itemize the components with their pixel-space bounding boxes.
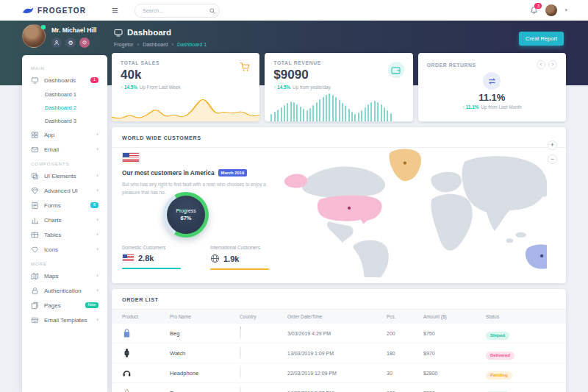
order-returns-card: ORDER RETURNS ‹ › 11.1% ↑ 11.1%Up from L…	[418, 53, 566, 121]
world-wide-customers-card: WORLD WIDE CUSTOMERS Our most customers …	[112, 127, 566, 283]
user-name: Mr. Michael Hill	[51, 26, 96, 34]
table-row[interactable]: Headphone 22/03/2019 12:09 PM 30 $2800 P…	[112, 363, 566, 383]
map-icon	[31, 272, 39, 280]
wallet-icon	[388, 62, 404, 78]
map-africa	[431, 194, 472, 251]
online-status-dot	[41, 25, 46, 29]
sidebar-item-tables[interactable]: Tables›	[22, 227, 107, 242]
chevron-right-icon: ›	[96, 288, 98, 293]
map-usa-highlight	[318, 196, 382, 224]
order-list-card: ORDER LIST Product Pro Name Country Orde…	[112, 289, 566, 392]
settings-button[interactable]: ⚙	[65, 38, 76, 48]
progress-label: Progress	[176, 208, 196, 213]
domestic-customers-label: Domestic Customers	[122, 245, 181, 250]
product-image-purse	[122, 388, 170, 392]
chevron-right-icon: ›	[96, 317, 98, 323]
chevron-right-icon: ›	[96, 217, 98, 223]
chevron-right-icon: ›	[96, 246, 98, 252]
sidebar-item-authentication[interactable]: Authentication›	[22, 283, 107, 298]
gem-icon	[31, 187, 39, 195]
sidebar-item-dashboard-1[interactable]: Dashboard 1	[22, 88, 107, 101]
sidebar-item-email-templates[interactable]: Email Templates›	[22, 313, 107, 327]
pages-icon	[31, 302, 39, 310]
sidebar-item-pages[interactable]: Pages New	[22, 298, 107, 313]
map-alaska-highlight	[284, 174, 307, 188]
map-zoom-in-button[interactable]: +	[548, 140, 557, 150]
table-row[interactable]: Beg 3/03/2019 4:29 PM 200 $750 Shiped	[112, 324, 566, 343]
chevron-down-icon[interactable]: ▾	[564, 7, 567, 13]
dashboard-page: FROGETOR ≡ 3 ▾ Mr. Micha	[0, 0, 588, 392]
breadcrumb-separator: ›	[137, 41, 139, 48]
chevron-right-icon: ›	[96, 173, 98, 179]
status-badge: Shiped	[486, 332, 509, 340]
page-title: Dashboard	[127, 28, 171, 37]
logo-icon	[22, 7, 34, 15]
spain-flag	[240, 366, 241, 379]
notification-badge: 3	[534, 3, 542, 9]
date-badge: March 2019	[218, 169, 248, 177]
russia-flag	[240, 385, 241, 392]
sidebar-item-maps[interactable]: Maps›	[22, 268, 107, 283]
create-report-button[interactable]: Creat Report	[519, 32, 564, 46]
product-image-headphone	[122, 368, 170, 378]
status-badge: Delivered	[486, 352, 514, 360]
pages-badge: New	[85, 302, 98, 308]
logo-text: FROGETOR	[37, 7, 86, 15]
international-customers-stat: International Customers 1.9k	[210, 245, 269, 270]
search-box	[135, 4, 220, 18]
sidebar-section-main: MAIN	[22, 61, 107, 73]
progress-value: 67%	[180, 215, 191, 221]
carousel-prev-button[interactable]: ‹	[537, 60, 545, 69]
sidebar-item-dashboard-3[interactable]: Dashboard 3	[22, 114, 107, 127]
breadcrumb-item[interactable]: Dashboard	[143, 42, 168, 47]
international-customers-label: International Customers	[210, 245, 269, 250]
logout-button[interactable]	[79, 38, 90, 48]
sidebar-item-forms[interactable]: Forms 8	[22, 198, 107, 213]
menu-toggle-icon[interactable]: ≡	[112, 3, 118, 18]
breadcrumb-item[interactable]: Frogetor	[114, 42, 133, 47]
logo[interactable]: FROGETOR	[22, 7, 86, 15]
search-icon[interactable]	[209, 8, 215, 14]
topbar: FROGETOR ≡ 3 ▾	[0, 0, 588, 21]
order-list-title: ORDER LIST	[112, 289, 566, 310]
sidebar-item-dashboards[interactable]: Dashboards 1	[22, 73, 107, 88]
carousel-next-button[interactable]: ›	[548, 60, 557, 69]
search-input[interactable]	[135, 8, 209, 13]
avatar[interactable]	[22, 24, 46, 48]
sidebar-item-ui-elements[interactable]: UI Elements›	[22, 168, 107, 183]
total-sales-value: 40k	[112, 65, 259, 82]
notifications-button[interactable]: 3	[530, 6, 538, 15]
sidebar-item-icons[interactable]: Icons›	[22, 242, 107, 257]
status-badge: Pending	[486, 371, 512, 379]
globe-icon	[210, 254, 220, 263]
table-row[interactable]: Purse 14/03/2019 8:27 PM 100 $520 Shiped	[112, 383, 566, 392]
chevron-right-icon: ›	[96, 132, 98, 138]
total-revenue-card: TOTAL REVENUE $9090 ↑ 14.5%Up from yeste…	[265, 53, 412, 121]
map-zoom-out-button[interactable]: −	[548, 154, 557, 164]
total-sales-delta: ↑ 14.5%Up From Last Week	[112, 82, 259, 92]
sidebar-section-more: MORE	[22, 257, 107, 268]
profile-button[interactable]	[51, 38, 62, 48]
sidebar-item-advanced-ui[interactable]: Advanced UI›	[22, 183, 107, 198]
sidebar-section-components: COMPONENTS	[22, 157, 107, 168]
chevron-right-icon: ›	[96, 273, 98, 279]
user-block: Mr. Michael Hill ⚙	[22, 24, 96, 48]
map-marker-australia	[540, 254, 543, 257]
chevron-right-icon: ›	[96, 188, 98, 193]
sidebar-item-dashboard-2[interactable]: Dashboard 2	[22, 101, 107, 114]
world-map[interactable]	[276, 143, 547, 277]
mail-icon	[31, 146, 39, 154]
sidebar: MAIN Dashboards 1 Dashboard 1 Dashboard …	[22, 55, 107, 392]
form-icon	[31, 202, 39, 210]
map-marker-greenland	[404, 162, 406, 165]
map-asia	[462, 156, 547, 231]
table-row[interactable]: Watch 13/03/2019 1:09 PM 180 $970 Delive…	[112, 343, 566, 363]
sidebar-item-app[interactable]: App›	[22, 127, 107, 142]
sidebar-item-email[interactable]: Email›	[22, 142, 107, 157]
cart-icon	[240, 62, 251, 72]
sidebar-item-charts[interactable]: Charts›	[22, 213, 107, 227]
chevron-right-icon: ›	[96, 146, 98, 152]
sales-sparkline-chart	[112, 93, 259, 121]
usa-flag	[122, 152, 140, 163]
topbar-avatar[interactable]	[545, 4, 557, 16]
